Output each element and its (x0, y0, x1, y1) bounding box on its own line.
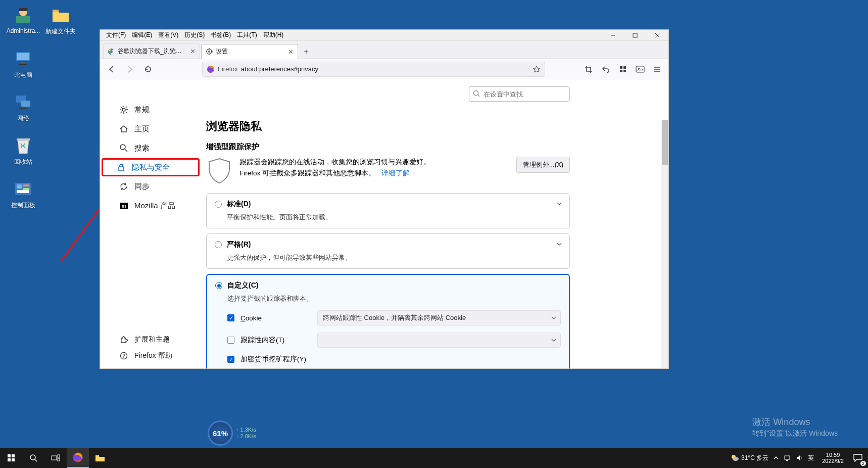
desktop-icon-newfolder[interactable]: 新建文件夹 (42, 5, 79, 36)
svg-text:Se: Se (637, 67, 643, 72)
taskbar-explorer[interactable] (89, 448, 111, 468)
chevron-down-icon (551, 315, 556, 320)
manage-exceptions-button[interactable]: 管理例外...(X) (516, 157, 570, 173)
forward-button[interactable] (122, 62, 137, 77)
menu-history[interactable]: 历史(S) (181, 31, 208, 39)
scrollbar-track[interactable] (661, 120, 668, 368)
sidebar-item-help[interactable]: ? Firefox 帮助 (104, 348, 197, 363)
tray-network-icon[interactable] (784, 454, 791, 461)
option-label: 标准(D) (227, 200, 251, 209)
desktop-icon-network[interactable]: 网络 (5, 92, 41, 123)
checkbox-crypto[interactable]: ✓ (227, 356, 234, 363)
weather-widget[interactable]: 31°C 多云 (730, 453, 768, 462)
svg-rect-64 (52, 456, 57, 460)
sidebar-label: 隐私与安全 (132, 163, 170, 172)
toolbar-crop-icon[interactable] (582, 62, 596, 76)
radio-strict[interactable] (215, 241, 222, 248)
address-url: about:preferences#privacy (241, 65, 529, 73)
tab-close-icon[interactable]: ✕ (288, 48, 294, 56)
sidebar-item-mozilla[interactable]: m Mozilla 产品 (104, 197, 197, 215)
taskbar-clock[interactable]: 10:59 2022/9/2 (818, 452, 848, 464)
download-speed: 2.0K/s (236, 433, 256, 440)
sidebar-item-general[interactable]: 常规 (104, 101, 197, 119)
settings-search-input[interactable] (469, 86, 570, 102)
desktop-label: 此电脑 (5, 71, 41, 79)
menu-tools[interactable]: 工具(T) (234, 31, 260, 39)
sidebar-label: Firefox 帮助 (134, 351, 172, 360)
network-monitor-widget[interactable]: 61% 1.3K/s 2.0K/s (208, 420, 256, 446)
desktop-icon-admin[interactable]: Administra... (5, 5, 41, 34)
menu-file[interactable]: 文件(F) (103, 31, 129, 39)
svg-line-46 (126, 112, 127, 113)
sidebar-label: 同步 (134, 182, 150, 192)
hamburger-menu-icon[interactable] (650, 62, 664, 76)
window-close-button[interactable] (646, 30, 668, 41)
desktop-icon-controlpanel[interactable]: 控制面板 (5, 179, 41, 210)
chevron-down-icon[interactable] (556, 241, 562, 247)
learn-more-link[interactable]: 详细了解 (381, 169, 410, 177)
notification-center-button[interactable]: 2 (848, 448, 868, 468)
svg-rect-68 (95, 455, 99, 456)
menu-bookmarks[interactable]: 书签(B) (208, 31, 234, 39)
svg-line-45 (121, 107, 122, 108)
sync-icon (119, 182, 128, 191)
desktop-icon-thispc[interactable]: 此电脑 (5, 49, 41, 79)
window-minimize-button[interactable] (602, 30, 624, 41)
radio-custom[interactable] (215, 282, 222, 289)
sidebar-item-sync[interactable]: 同步 (104, 177, 197, 196)
sidebar-item-home[interactable]: 主页 (104, 120, 197, 138)
option-strict[interactable]: 严格(R) 更强大的保护，但可能导致某些网站异常。 (206, 233, 570, 269)
menu-view[interactable]: 查看(V) (155, 31, 181, 39)
menu-edit[interactable]: 编辑(E) (129, 31, 155, 39)
chevron-down-icon[interactable] (556, 201, 562, 207)
taskbar-search-button[interactable] (22, 448, 44, 468)
ime-indicator[interactable]: 英 (808, 454, 814, 462)
start-button[interactable] (0, 448, 22, 468)
svg-rect-71 (785, 456, 790, 459)
toolbar-se-icon[interactable]: Se (633, 62, 647, 76)
window-maximize-button[interactable] (624, 30, 646, 41)
windows-activation-watermark: 激活 Windows 转到"设置"以激活 Windows (752, 416, 838, 438)
svg-rect-5 (17, 53, 29, 60)
tab-active[interactable]: 设置 ✕ (201, 44, 298, 59)
tab-bar: 谷歌浏览器下载_浏览器官网入口 ✕ 设置 ✕ ＋ (100, 41, 668, 59)
new-tab-button[interactable]: ＋ (299, 44, 313, 59)
bookmark-star-icon[interactable] (533, 65, 541, 73)
option-standard[interactable]: 标准(D) 平衡保护和性能。页面将正常加载。 (206, 193, 570, 228)
sidebar-item-search[interactable]: 搜索 (104, 139, 197, 157)
cookie-select[interactable]: 跨网站跟踪性 Cookie，并隔离其余跨网站 Cookie (317, 310, 561, 325)
tab-close-icon[interactable]: ✕ (190, 48, 196, 55)
checkbox-tracking[interactable] (227, 337, 234, 344)
tray-volume-icon[interactable] (796, 454, 803, 461)
tab-inactive[interactable]: 谷歌浏览器下载_浏览器官网入口 ✕ (103, 43, 200, 59)
scrollbar-thumb[interactable] (662, 120, 668, 165)
sidebar-item-extensions[interactable]: 扩展和主题 (104, 332, 197, 347)
upload-speed: 1.3K/s (236, 427, 256, 433)
taskbar-firefox[interactable] (67, 448, 89, 468)
toolbar-grid-icon[interactable] (616, 62, 630, 76)
chrome-favicon-icon (108, 48, 115, 55)
desktop-label: 网络 (5, 114, 41, 123)
reload-button[interactable] (140, 62, 156, 77)
toolbar-undo-icon[interactable] (599, 62, 613, 76)
chevron-down-icon (551, 338, 556, 343)
desktop-icon-recycle[interactable]: 回收站 (5, 135, 41, 166)
desktop-label: 控制面板 (5, 201, 41, 210)
option-custom[interactable]: 自定义(C) 选择要拦截的跟踪器和脚本。 ✓ CCookieookie 跨网站跟… (206, 274, 570, 368)
checkbox-label: CCookieookie (240, 314, 311, 322)
address-bar[interactable]: Firefox about:preferences#privacy (202, 62, 545, 77)
radio-standard[interactable] (215, 201, 222, 208)
sidebar-item-privacy[interactable]: 隐私与安全 (102, 158, 200, 176)
sidebar-label: 搜索 (134, 144, 150, 153)
svg-rect-51 (119, 167, 124, 171)
svg-rect-15 (23, 188, 29, 190)
svg-rect-60 (8, 458, 11, 461)
option-desc: 平衡保护和性能。页面将正常加载。 (227, 213, 561, 222)
tracking-select[interactable] (317, 333, 561, 348)
tray-chevron-icon[interactable] (774, 455, 779, 460)
task-view-button[interactable] (44, 448, 67, 468)
checkbox-cookie[interactable]: ✓ (227, 314, 234, 321)
usage-percent: 61% (208, 420, 233, 446)
menu-help[interactable]: 帮助(H) (260, 31, 287, 39)
back-button[interactable] (104, 62, 119, 77)
